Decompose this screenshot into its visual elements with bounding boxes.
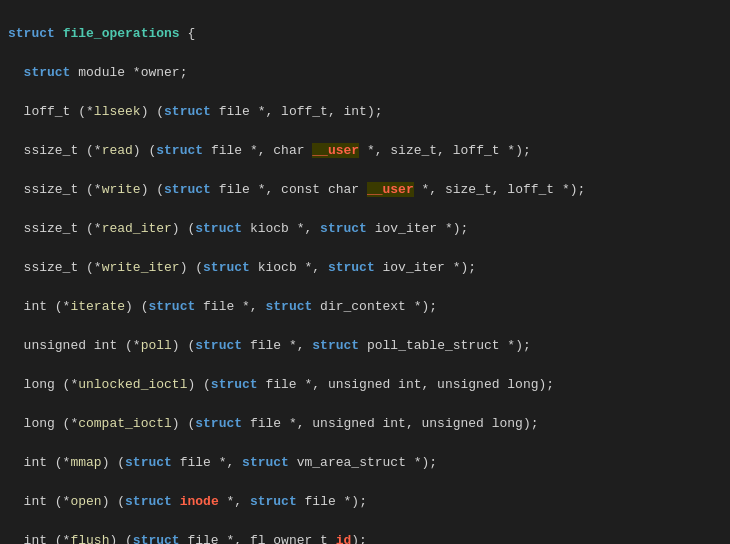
code-block: struct file_operations { struct module *… xyxy=(0,0,730,544)
line-1: struct file_operations { xyxy=(8,24,722,44)
line-4: ssize_t (*read) (struct file *, char __u… xyxy=(8,141,722,161)
line-11: long (*compat_ioctl) (struct file *, uns… xyxy=(8,414,722,434)
line-3: loff_t (*llseek) (struct file *, loff_t,… xyxy=(8,102,722,122)
line-8: int (*iterate) (struct file *, struct di… xyxy=(8,297,722,317)
line-12: int (*mmap) (struct file *, struct vm_ar… xyxy=(8,453,722,473)
line-14: int (*flush) (struct file *, fl_owner_t … xyxy=(8,531,722,545)
line-2: struct module *owner; xyxy=(8,63,722,83)
line-5: ssize_t (*write) (struct file *, const c… xyxy=(8,180,722,200)
line-10: long (*unlocked_ioctl) (struct file *, u… xyxy=(8,375,722,395)
line-13: int (*open) (struct inode *, struct file… xyxy=(8,492,722,512)
line-9: unsigned int (*poll) (struct file *, str… xyxy=(8,336,722,356)
line-7: ssize_t (*write_iter) (struct kiocb *, s… xyxy=(8,258,722,278)
line-6: ssize_t (*read_iter) (struct kiocb *, st… xyxy=(8,219,722,239)
